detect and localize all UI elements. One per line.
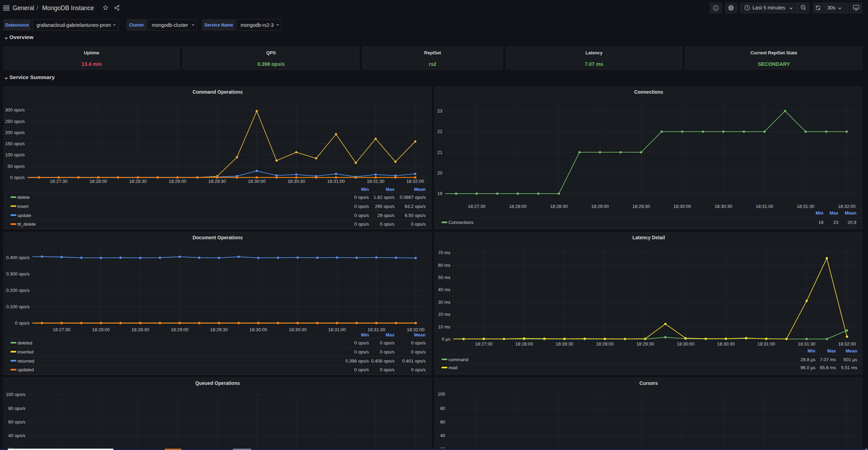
svg-text:18:32:00: 18:32:00 — [406, 179, 424, 184]
svg-text:0 ops/s: 0 ops/s — [411, 340, 426, 346]
svg-text:inserted: inserted — [17, 349, 33, 355]
svg-text:18:27:30: 18:27:30 — [468, 204, 486, 209]
svg-text:18:30:00: 18:30:00 — [248, 179, 266, 184]
svg-text:18:30:00: 18:30:00 — [250, 327, 267, 332]
svg-text:Connections: Connections — [634, 90, 663, 95]
svg-text:18:29:00: 18:29:00 — [596, 341, 614, 347]
svg-text:18:27:30: 18:27:30 — [53, 327, 71, 332]
svg-text:delete: delete — [17, 195, 30, 200]
svg-text:100: 100 — [438, 391, 445, 397]
svg-text:18:28:30: 18:28:30 — [132, 327, 149, 332]
svg-text:18:30:00: 18:30:00 — [673, 204, 691, 209]
svg-text:returned: returned — [17, 358, 34, 364]
svg-text:18:30:30: 18:30:30 — [289, 327, 307, 332]
svg-text:deleted: deleted — [17, 340, 32, 346]
svg-text:0 ops/s: 0 ops/s — [380, 340, 394, 346]
svg-text:0 ops/s: 0 ops/s — [411, 349, 426, 355]
svg-text:19: 19 — [437, 191, 442, 196]
svg-text:100 ops/s: 100 ops/s — [5, 152, 25, 157]
svg-text:60: 60 — [440, 419, 445, 425]
svg-text:30 ms: 30 ms — [438, 300, 451, 305]
svg-text:22: 22 — [437, 129, 442, 134]
svg-text:Connections: Connections — [448, 220, 474, 225]
svg-text:18:30:00: 18:30:00 — [677, 341, 695, 347]
svg-text:Min: Min — [808, 348, 815, 354]
svg-text:18:29:00: 18:29:00 — [169, 179, 186, 184]
svg-text:100 ops/s: 100 ops/s — [6, 392, 26, 397]
svg-text:Mean: Mean — [414, 332, 425, 338]
svg-text:21: 21 — [437, 150, 442, 155]
svg-text:18:29:30: 18:29:30 — [632, 204, 650, 209]
svg-text:18:32:00: 18:32:00 — [407, 327, 425, 332]
svg-text:10 ms: 10 ms — [438, 324, 451, 329]
svg-text:18:28:30: 18:28:30 — [129, 179, 147, 184]
svg-text:250 ops/s: 250 ops/s — [5, 119, 25, 124]
svg-text:18:31:00: 18:31:00 — [328, 327, 346, 332]
svg-text:40 ms: 40 ms — [438, 287, 451, 292]
svg-text:Min: Min — [361, 332, 369, 338]
svg-text:18:30:30: 18:30:30 — [714, 204, 732, 209]
svg-text:0 µs: 0 µs — [442, 336, 451, 342]
svg-text:96.0 µs: 96.0 µs — [800, 365, 815, 370]
svg-text:29 ops/s: 29 ops/s — [377, 213, 395, 218]
svg-text:command: command — [448, 357, 468, 362]
svg-text:18:30:30: 18:30:30 — [717, 341, 735, 347]
svg-text:20: 20 — [437, 170, 442, 176]
svg-text:Mean: Mean — [845, 210, 856, 216]
svg-text:65.6 ms: 65.6 ms — [820, 365, 836, 370]
svg-text:50 ms: 50 ms — [438, 275, 451, 280]
svg-text:read: read — [448, 365, 458, 370]
svg-text:Min: Min — [816, 210, 823, 216]
svg-text:0.100 ops/s: 0.100 ops/s — [6, 304, 30, 309]
svg-text:Max: Max — [830, 210, 839, 216]
svg-text:23: 23 — [833, 220, 838, 225]
svg-text:18:29:00: 18:29:00 — [171, 327, 189, 332]
svg-text:70 ms: 70 ms — [438, 250, 451, 255]
svg-text:Max: Max — [386, 187, 395, 192]
svg-text:0.300 ops/s: 0.300 ops/s — [6, 271, 30, 277]
svg-text:63.2 ops/s: 63.2 ops/s — [405, 204, 426, 209]
svg-text:Command Operations: Command Operations — [193, 90, 243, 95]
svg-text:200 ops/s: 200 ops/s — [5, 130, 25, 135]
svg-text:60 ops/s: 60 ops/s — [8, 419, 26, 425]
svg-text:18:28:00: 18:28:00 — [92, 327, 110, 332]
svg-text:1.82 ops/s: 1.82 ops/s — [374, 195, 394, 200]
svg-text:18:29:00: 18:29:00 — [591, 204, 609, 209]
svg-text:23: 23 — [437, 108, 442, 114]
svg-text:0.0867 ops/s: 0.0867 ops/s — [400, 195, 426, 200]
svg-text:Mean: Mean — [414, 187, 425, 192]
svg-text:0 ops/s: 0 ops/s — [354, 349, 369, 355]
svg-text:insert: insert — [17, 204, 29, 209]
svg-text:18:30:30: 18:30:30 — [288, 179, 305, 184]
svg-text:5.51 ms: 5.51 ms — [841, 365, 858, 370]
svg-text:18:28:30: 18:28:30 — [550, 204, 568, 209]
svg-text:18:31:30: 18:31:30 — [798, 341, 815, 347]
svg-text:0 ops/s: 0 ops/s — [354, 195, 369, 200]
svg-text:18:28:00: 18:28:00 — [89, 179, 107, 184]
svg-text:Mean: Mean — [846, 348, 857, 354]
svg-text:update: update — [17, 213, 31, 218]
svg-text:0 ops/s: 0 ops/s — [354, 367, 369, 372]
svg-text:0.200 ops/s: 0.200 ops/s — [6, 288, 30, 293]
svg-text:0 ops/s: 0 ops/s — [380, 367, 394, 372]
svg-text:0.408 ops/s: 0.408 ops/s — [371, 358, 395, 364]
svg-text:Cursors: Cursors — [640, 381, 658, 386]
svg-text:18:31:00: 18:31:00 — [327, 179, 345, 184]
svg-text:18:28:00: 18:28:00 — [515, 341, 533, 347]
svg-text:18:29:30: 18:29:30 — [208, 179, 226, 184]
svg-text:18:31:30: 18:31:30 — [797, 204, 814, 209]
svg-text:18:31:00: 18:31:00 — [757, 341, 775, 347]
svg-text:18:27:30: 18:27:30 — [475, 341, 493, 347]
svg-text:18:28:00: 18:28:00 — [509, 204, 527, 209]
svg-text:18:27:30: 18:27:30 — [50, 179, 68, 184]
svg-text:0 ops/s: 0 ops/s — [15, 320, 30, 326]
svg-text:0.400 ops/s: 0.400 ops/s — [6, 255, 30, 260]
svg-text:Document Operations: Document Operations — [193, 235, 243, 240]
svg-text:18:31:30: 18:31:30 — [367, 179, 384, 184]
svg-text:0 ops/s: 0 ops/s — [380, 222, 394, 227]
svg-text:6.50 ops/s: 6.50 ops/s — [405, 213, 426, 218]
svg-text:18:32:00: 18:32:00 — [838, 204, 856, 209]
svg-text:0.401 ops/s: 0.401 ops/s — [402, 358, 426, 364]
svg-text:0 ops/s: 0 ops/s — [354, 204, 369, 209]
svg-text:19: 19 — [819, 220, 823, 225]
